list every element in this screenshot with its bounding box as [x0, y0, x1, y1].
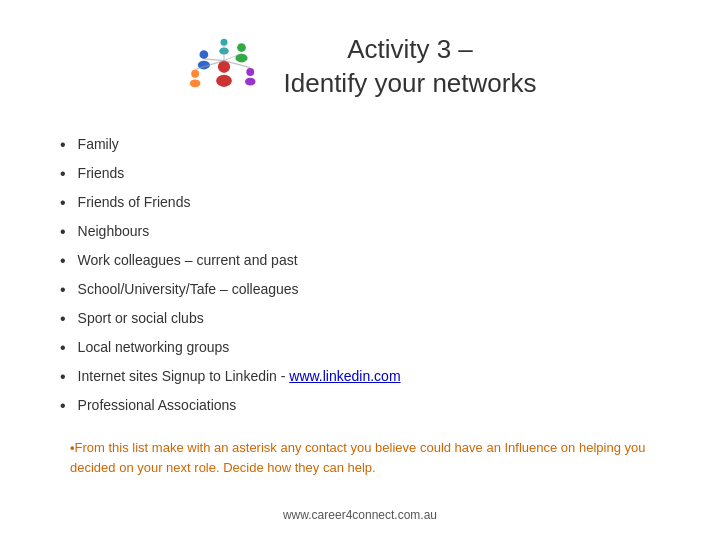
svg-point-6	[191, 70, 199, 78]
bullet-list: Family Friends Friends of Friends Neighb…	[60, 134, 680, 418]
svg-point-1	[216, 75, 232, 87]
footer-text: www.career4connect.com.au	[283, 508, 437, 522]
list-item: Professional Associations	[60, 395, 680, 418]
list-item: Family	[60, 134, 680, 157]
people-network-icon	[184, 30, 264, 104]
slide-title: Activity 3 – Identify your networks	[284, 33, 537, 101]
list-item: Neighbours	[60, 221, 680, 244]
list-item: Sport or social clubs	[60, 308, 680, 331]
svg-point-4	[237, 43, 246, 52]
svg-point-8	[246, 68, 254, 76]
linkedin-link[interactable]: www.linkedin.com	[289, 368, 400, 384]
svg-point-10	[220, 39, 227, 46]
list-item: School/University/Tafe – colleagues	[60, 279, 680, 302]
content-area: Family Friends Friends of Friends Neighb…	[60, 134, 680, 477]
slide: Activity 3 – Identify your networks Fami…	[0, 0, 720, 540]
svg-point-2	[199, 50, 208, 59]
note-text: From this list make with an asterisk any…	[70, 440, 645, 475]
list-item-linkedin: Internet sites Signup to Linkedin - www.…	[60, 366, 680, 389]
svg-point-7	[189, 79, 200, 87]
list-item: Local networking groups	[60, 337, 680, 360]
title-block: Activity 3 – Identify your networks	[284, 33, 537, 101]
header: Activity 3 – Identify your networks	[40, 30, 680, 104]
list-item: Friends of Friends	[60, 192, 680, 215]
svg-line-12	[203, 59, 223, 61]
svg-point-9	[245, 78, 256, 86]
list-item: Work colleagues – current and past	[60, 250, 680, 273]
list-item: Friends	[60, 163, 680, 186]
note-block: •From this list make with an asterisk an…	[70, 438, 680, 477]
footer: www.career4connect.com.au	[0, 508, 720, 522]
